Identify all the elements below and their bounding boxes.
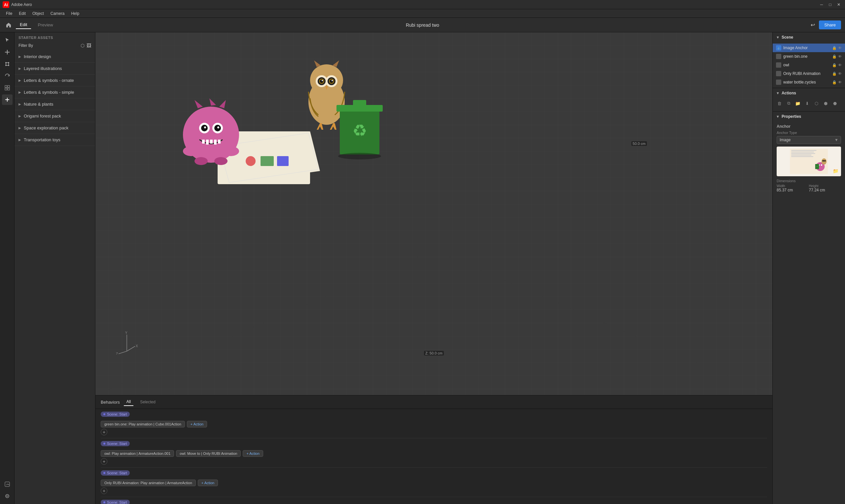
behavior-row-3: Scene: Start Only RUBI Animation: Play a… (101, 470, 767, 497)
svg-point-45 (217, 126, 219, 128)
width-value: 85.37 cm (777, 188, 809, 193)
scene-item-actions-anchor: 🔒 👁 (832, 46, 842, 50)
move-tool-button[interactable] (2, 47, 13, 57)
scene-item-rubi[interactable]: Only RUBI Animation 🔒 👁 (773, 69, 845, 78)
add-behavior-button-2[interactable]: + (101, 458, 107, 465)
sidebar-item-space[interactable]: ▶ Space exploration pack (15, 122, 95, 134)
scene-item-owl[interactable]: owl 🔒 👁 (773, 61, 845, 69)
sidebar-item-nature[interactable]: ▶ Nature & plants (15, 98, 95, 110)
app-name: Adobe Aero (11, 2, 818, 7)
lock-button-bin[interactable]: 🔒 (832, 54, 837, 59)
scene-item-image-anchor[interactable]: ⚓ Image Anchor 🔒 👁 (773, 43, 845, 52)
scene-tag-4: Scene: Start (101, 500, 130, 504)
sidebar-item-layered[interactable]: ▶ Layered illustrations (15, 63, 95, 75)
change-image-button[interactable]: 📁 (833, 168, 839, 174)
svg-point-54 (214, 157, 228, 165)
svg-point-80 (824, 160, 826, 162)
sidebar-item-interior[interactable]: ▶ Interior design (15, 51, 95, 63)
delete-action-button[interactable]: 🗑 (775, 100, 783, 107)
assets-button[interactable] (2, 479, 13, 489)
download-action-button[interactable]: ⬇ (803, 100, 811, 107)
scene-item-water[interactable]: water bottle.cycles 🔒 👁 (773, 78, 845, 87)
sidebar-item-transport[interactable]: ▶ Transportation toys (15, 134, 95, 146)
add-action-button-1[interactable]: + Action (187, 421, 207, 428)
add-action-button-3[interactable]: + Action (198, 480, 218, 486)
sidebar-item-label: Layered illustrations (24, 66, 62, 71)
content-area: STARTER ASSETS Filter By ⬡ 🖼 ▶ Interior … (0, 32, 845, 504)
scene-item-actions-owl: 🔒 👁 (832, 63, 842, 67)
scene-tag-text-3: Scene: (107, 471, 118, 475)
anchor-type-select[interactable]: Image (777, 136, 841, 144)
action-pills-2: owl: Play animation | ArmatureAction.001… (101, 450, 767, 457)
folder-action-button[interactable]: 📁 (794, 100, 802, 107)
menu-edit[interactable]: Edit (16, 11, 29, 17)
action-pill-2-0[interactable]: owl: Play animation | ArmatureAction.001 (101, 450, 174, 457)
align-action-button[interactable]: ⬡ (812, 100, 820, 107)
properties-section-header[interactable]: ▼ Properties (773, 111, 845, 122)
svg-point-4 (8, 62, 9, 64)
menu-file[interactable]: File (3, 11, 16, 17)
menu-help[interactable]: Help (68, 11, 83, 17)
svg-text:X: X (136, 344, 138, 348)
rotate-tool-button[interactable] (2, 71, 13, 81)
svg-point-5 (5, 65, 6, 66)
more-action-button[interactable]: ⬣ (831, 100, 839, 107)
add-tool-button[interactable] (2, 94, 13, 105)
visibility-button-water[interactable]: 👁 (838, 80, 842, 85)
add-behavior-button-3[interactable]: + (101, 487, 107, 494)
scene-item-green-bin[interactable]: green bin.one 🔒 👁 (773, 52, 845, 61)
tab-preview[interactable]: Preview (34, 21, 57, 29)
filter-image-button[interactable]: 🖼 (87, 43, 91, 48)
center-area: ♻ (95, 32, 772, 504)
sidebar-item-origami[interactable]: ▶ Origami forest pack (15, 110, 95, 122)
lock-button-rubi[interactable]: 🔒 (832, 72, 837, 76)
tab-behaviors-all[interactable]: All (124, 398, 134, 406)
lock-button-owl[interactable]: 🔒 (832, 63, 837, 67)
action-pill-1-0[interactable]: green bin.one: Play animation | Cube.001… (101, 421, 185, 428)
svg-rect-46 (202, 140, 205, 144)
action-pill-3-0[interactable]: Only RUBI Animation: Play animation | Ar… (101, 480, 196, 486)
grid-tool-button[interactable] (2, 83, 13, 93)
undo-button[interactable]: ↩ (809, 20, 816, 29)
svg-point-25 (330, 79, 333, 83)
sidebar-item-letters-simple[interactable]: ▶ Letters & symbols - simple (15, 87, 95, 98)
window-controls: ─ □ ✕ (818, 1, 842, 8)
minimize-button[interactable]: ─ (818, 1, 825, 8)
filter-3d-button[interactable]: ⬡ (81, 43, 85, 48)
visibility-button-rubi[interactable]: 👁 (838, 72, 842, 76)
object-icon-rubi (776, 71, 781, 76)
visibility-button-owl[interactable]: 👁 (838, 63, 842, 67)
home-icon (6, 22, 12, 28)
share-button[interactable]: Share (819, 20, 841, 29)
add-behavior-button-1[interactable]: + (101, 429, 107, 435)
scene-item-name-anchor: Image Anchor (783, 46, 832, 50)
scene-start-text-3: Start (119, 471, 127, 475)
sidebar-items: ▶ Interior design ▶ Layered illustration… (15, 51, 95, 504)
merge-action-button[interactable]: ⬢ (822, 100, 829, 107)
close-button[interactable]: ✕ (835, 1, 842, 8)
object-icon-water (776, 79, 781, 85)
select-tool-button[interactable] (2, 35, 13, 46)
action-pill-2-1[interactable]: owl: Move to | Only RUBI Animation (176, 450, 241, 457)
menu-object[interactable]: Object (29, 11, 47, 17)
animate-button[interactable] (2, 491, 13, 501)
copy-action-button[interactable]: ⧉ (785, 100, 792, 107)
maximize-button[interactable]: □ (827, 1, 834, 8)
actions-toolbar: 🗑 ⧉ 📁 ⬇ ⬡ ⬢ ⬣ (773, 98, 845, 109)
scene-section-header[interactable]: ▼ Scene (773, 32, 845, 42)
lock-button-anchor[interactable]: 🔒 (832, 46, 837, 50)
menu-camera[interactable]: Camera (47, 11, 68, 17)
transform-tool-button[interactable] (2, 59, 13, 69)
actions-section-header[interactable]: ▼ Actions (773, 88, 845, 98)
tab-behaviors-selected[interactable]: Selected (137, 398, 158, 406)
actions-section-title: Actions (781, 91, 796, 95)
lock-button-water[interactable]: 🔒 (832, 80, 837, 85)
add-action-button-2[interactable]: + Action (243, 450, 263, 457)
visibility-button-anchor[interactable]: 👁 (838, 46, 842, 50)
visibility-button-bin[interactable]: 👁 (838, 54, 842, 59)
behaviors-title: Behaviors (101, 400, 120, 404)
sidebar-item-letters-ornate[interactable]: ▶ Letters & symbols - ornate (15, 75, 95, 87)
home-button[interactable] (4, 20, 13, 30)
canvas-area[interactable]: ♻ (95, 32, 772, 395)
tab-edit[interactable]: Edit (16, 21, 31, 29)
